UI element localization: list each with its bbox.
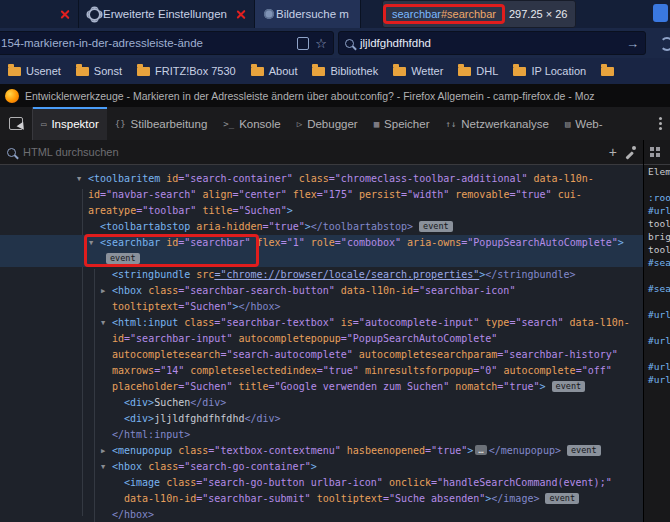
- attr-name-token[interactable]: class: [172, 445, 208, 456]
- tag-bracket-token[interactable]: >: [540, 381, 546, 392]
- attr-value-token[interactable]: ="search-go-container": [178, 461, 310, 472]
- attr-name-token[interactable]: title: [232, 381, 268, 392]
- devtools-tab-memory[interactable]: ▦Speicher: [366, 107, 438, 140]
- markup-node[interactable]: ▼<hbox class="search-go-container">: [0, 459, 643, 475]
- tab-close-icon[interactable]: [236, 10, 245, 19]
- panel-options-button[interactable]: [651, 107, 670, 140]
- bookmark-item[interactable]: IP Location: [513, 65, 586, 77]
- closing-tag-token[interactable]: </menupopup>: [489, 445, 561, 456]
- closing-tag-token[interactable]: </stringbundle>: [485, 269, 575, 280]
- css-selector-fragment[interactable]: [644, 295, 670, 308]
- attr-value-token[interactable]: ="14": [154, 365, 184, 376]
- tag-bracket-token[interactable]: >: [311, 461, 317, 472]
- attr-name-token[interactable]: minresultsforpopup: [359, 365, 473, 376]
- attr-value-token[interactable]: ="true": [497, 381, 539, 392]
- attr-value-token[interactable]: ="search-go-button urlbar-icon": [196, 477, 383, 488]
- devtools-tab-style-editor[interactable]: {}Stilbearbeitung: [107, 107, 216, 140]
- attr-name-token[interactable]: autocompletesearch: [112, 349, 220, 360]
- attr-value-token[interactable]: ="search-container": [178, 173, 292, 184]
- browser-tab[interactable]: Bildersuche m: [255, 0, 361, 28]
- attr-value-token[interactable]: ="Suchen": [233, 205, 287, 216]
- devtools-tab-debugger[interactable]: ▷Debugger: [289, 107, 366, 140]
- attr-value-token[interactable]: ="handleSearchCommand(event);": [431, 477, 612, 488]
- css-selector-fragment[interactable]: #url: [644, 373, 670, 386]
- tag-token[interactable]: <toolbaritem: [88, 173, 160, 184]
- tag-token[interactable]: <image: [124, 477, 160, 488]
- eyedropper-icon[interactable]: [624, 146, 636, 158]
- css-selector-fragment[interactable]: [644, 347, 670, 360]
- tab-strip-right-button[interactable]: [653, 4, 668, 22]
- tag-token[interactable]: <searchbar: [100, 237, 160, 248]
- markup-node[interactable]: ▼<html:input class="searchbar-textbox" i…: [0, 315, 643, 395]
- css-selector-fragment[interactable]: [644, 178, 670, 191]
- reload-icon[interactable]: [660, 37, 670, 51]
- attr-value-token[interactable]: ="combobox": [335, 237, 401, 248]
- attr-name-token[interactable]: persist: [353, 189, 401, 200]
- markup-node[interactable]: <stringbundle src="chrome://browser/loca…: [0, 267, 643, 283]
- attr-name-token[interactable]: hasbeenopened: [341, 445, 425, 456]
- tag-token[interactable]: <stringbundle: [112, 269, 190, 280]
- attr-value-token[interactable]: ="center": [233, 189, 287, 200]
- attr-value-token[interactable]: ="true": [425, 445, 467, 456]
- expand-arrow-icon[interactable]: ▶: [101, 443, 112, 459]
- css-selector-fragment[interactable]: [644, 386, 670, 399]
- attr-value-token[interactable]: ="search-autocomplete": [220, 349, 352, 360]
- css-selector-fragment[interactable]: :roo: [644, 191, 670, 204]
- attr-value-link-token[interactable]: ="chrome://browser/locale/search.propert…: [214, 269, 479, 280]
- attr-name-token[interactable]: tooltiptext: [311, 493, 383, 504]
- markup-node[interactable]: </html:input>: [0, 427, 643, 443]
- attr-value-token[interactable]: ="width": [401, 189, 449, 200]
- bookmark-item[interactable]: Usenet: [8, 65, 61, 77]
- attr-name-token[interactable]: data-l10n-id: [124, 493, 196, 504]
- css-selector-fragment[interactable]: Elem: [644, 165, 670, 178]
- attr-name-token[interactable]: tooltiptext: [112, 301, 178, 312]
- browser-tab[interactable]: [0, 0, 79, 28]
- attr-value-token[interactable]: ="0": [473, 365, 497, 376]
- attr-name-token[interactable]: src: [190, 269, 214, 280]
- attr-value-token[interactable]: ="true": [509, 189, 551, 200]
- search-go-arrow-icon[interactable]: →: [626, 36, 639, 51]
- attr-value-token[interactable]: ="1": [281, 237, 305, 248]
- attr-value-token[interactable]: ="search": [509, 317, 563, 328]
- closing-tag-token[interactable]: </hbox>: [112, 509, 154, 520]
- event-badge[interactable]: event: [106, 253, 140, 264]
- attr-name-token[interactable]: flex: [251, 237, 281, 248]
- tag-token[interactable]: <hbox: [112, 461, 142, 472]
- event-badge[interactable]: event: [545, 493, 579, 504]
- tag-token[interactable]: <toolbartabstop: [100, 221, 190, 232]
- attr-name-token[interactable]: type: [479, 317, 509, 328]
- attr-name-token[interactable]: class: [293, 173, 329, 184]
- tag-bracket-token[interactable]: >: [467, 445, 473, 456]
- markup-node[interactable]: <image class="search-go-button urlbar-ic…: [0, 475, 643, 507]
- bookmark-item-partial[interactable]: [601, 67, 614, 76]
- page-action-icon[interactable]: [297, 37, 309, 50]
- tag-token[interactable]: <menupopup: [112, 445, 172, 456]
- css-selector-fragment[interactable]: [644, 321, 670, 334]
- attr-name-token[interactable]: data-l10n-id: [335, 285, 413, 296]
- devtools-tab-console[interactable]: >_Konsole: [215, 107, 288, 140]
- closing-tag-token[interactable]: </image>: [491, 493, 539, 504]
- bookmark-item[interactable]: Sonst: [76, 65, 122, 77]
- css-selector-fragment[interactable]: #url: [644, 204, 670, 217]
- attr-name-token[interactable]: autocompletesearchparam: [353, 349, 498, 360]
- attr-name-token[interactable]: completeselectedindex: [184, 365, 316, 376]
- bookmark-item[interactable]: DHL: [458, 65, 498, 77]
- attr-name-token[interactable]: class: [160, 477, 196, 488]
- attr-name-token[interactable]: title: [196, 205, 232, 216]
- browser-tab[interactable]: Erweiterte Einstellungen: [79, 0, 255, 28]
- event-badge[interactable]: event: [552, 381, 586, 392]
- collapsed-ellipsis[interactable]: …: [475, 445, 486, 455]
- attr-name-token[interactable]: onclick: [383, 477, 431, 488]
- attr-value-token[interactable]: ="175": [317, 189, 353, 200]
- attr-value-token[interactable]: ="PopupSearchAutoComplete": [461, 237, 618, 248]
- attr-value-token[interactable]: ="Google verwenden zum Suchen": [269, 381, 450, 392]
- closing-tag-token[interactable]: </hbox>: [238, 301, 280, 312]
- attr-name-token[interactable]: class: [178, 317, 214, 328]
- markup-node[interactable]: ▶<hbox class="searchbar-search-button" d…: [0, 283, 643, 315]
- attr-value-token[interactable]: ="true": [263, 221, 305, 232]
- attr-value-token[interactable]: ="PopupSearchAutoComplete": [341, 333, 498, 344]
- css-selector-fragment[interactable]: #url: [644, 334, 670, 347]
- css-selector-fragment[interactable]: toolb: [644, 217, 670, 230]
- css-selector-fragment[interactable]: toolt: [644, 243, 670, 256]
- attr-name-token[interactable]: class: [142, 285, 178, 296]
